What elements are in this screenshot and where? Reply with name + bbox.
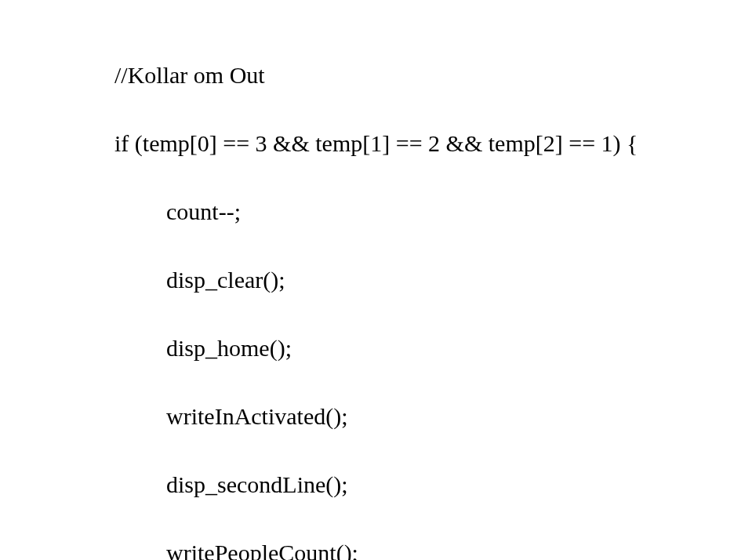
code-block: //Kollar om Out if (temp[0] == 3 && temp… xyxy=(63,24,736,560)
code-line: disp_secondLine(); xyxy=(63,467,736,502)
code-line: disp_home(); xyxy=(63,331,736,365)
code-line-comment: //Kollar om Out xyxy=(63,58,736,93)
code-line: writeInActivated(); xyxy=(63,399,736,434)
code-line: writePeopleCount(); xyxy=(63,536,736,561)
code-line: count--; xyxy=(63,195,736,229)
code-line: disp_clear(); xyxy=(63,263,736,297)
code-line-if: if (temp[0] == 3 && temp[1] == 2 && temp… xyxy=(63,126,736,161)
